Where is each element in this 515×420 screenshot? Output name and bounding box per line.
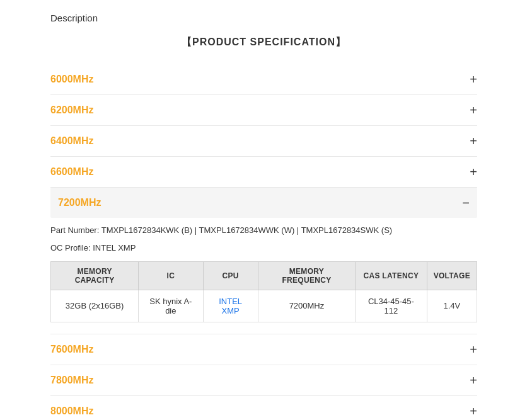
cell-voltage: 1.4V bbox=[427, 290, 477, 322]
accordion-item-7600mhz: 7600MHz + bbox=[50, 334, 477, 365]
accordion-item-6000mhz: 6000MHz + bbox=[50, 64, 477, 95]
accordion-header-6000mhz[interactable]: 6000MHz + bbox=[50, 64, 477, 94]
accordion-header-7600mhz[interactable]: 7600MHz + bbox=[50, 334, 477, 365]
intel-xmp-link[interactable]: INTEL XMP bbox=[219, 297, 242, 315]
part-number-label: Part Number: bbox=[50, 225, 101, 235]
accordion-header-6200mhz[interactable]: 6200MHz + bbox=[50, 95, 477, 125]
accordion-item-6200mhz: 6200MHz + bbox=[50, 95, 477, 126]
page-wrapper: Description 【PRODUCT SPECIFICATION】 6000… bbox=[0, 0, 515, 420]
accordion-icon-7200mhz: − bbox=[462, 196, 470, 209]
accordion-label-6400mhz: 6400MHz bbox=[50, 135, 93, 147]
cell-ic: SK hynix A-die bbox=[139, 290, 203, 322]
spec-table-body: 32GB (2x16GB) SK hynix A-die INTEL XMP 7… bbox=[51, 290, 477, 322]
accordion-label-7200mhz: 7200MHz bbox=[58, 197, 101, 208]
section-title: Description bbox=[50, 13, 477, 23]
accordion-icon-6000mhz: + bbox=[470, 73, 477, 86]
accordion-header-7200mhz[interactable]: 7200MHz − bbox=[50, 188, 477, 218]
oc-profile-value: INTEL XMP bbox=[93, 243, 136, 253]
accordion-item-7800mhz: 7800MHz + bbox=[50, 365, 477, 396]
accordion-icon-6600mhz: + bbox=[470, 166, 477, 178]
accordion-item-6600mhz: 6600MHz + bbox=[50, 157, 477, 188]
table-row: 32GB (2x16GB) SK hynix A-die INTEL XMP 7… bbox=[51, 290, 477, 322]
accordion-header-6400mhz[interactable]: 6400MHz + bbox=[50, 126, 477, 156]
product-spec-title: 【PRODUCT SPECIFICATION】 bbox=[50, 36, 477, 49]
accordion-icon-6200mhz: + bbox=[470, 104, 477, 116]
accordion-item-8000mhz: 8000MHz + bbox=[50, 396, 477, 421]
col-memory-frequency: MEMORY FREQUENCY bbox=[258, 261, 355, 290]
accordion-list: 6000MHz + 6200MHz + 6400MHz + 6600MHz + bbox=[50, 64, 477, 420]
accordion-label-7600mhz: 7600MHz bbox=[50, 344, 93, 355]
accordion-icon-6400mhz: + bbox=[470, 135, 477, 147]
spec-table-header-row: MEMORY CAPACITY IC CPU MEMORY FREQUENCY … bbox=[51, 261, 477, 290]
accordion-item-6400mhz: 6400MHz + bbox=[50, 126, 477, 157]
accordion-header-8000mhz[interactable]: 8000MHz + bbox=[50, 396, 477, 421]
cell-memory-frequency: 7200MHz bbox=[258, 290, 355, 322]
accordion-icon-7600mhz: + bbox=[470, 343, 477, 356]
col-voltage: VOLTAGE bbox=[427, 261, 477, 290]
accordion-item-7200mhz: 7200MHz − Part Number: TMXPL1672834KWK (… bbox=[50, 188, 477, 334]
spec-table-head: MEMORY CAPACITY IC CPU MEMORY FREQUENCY … bbox=[51, 261, 477, 290]
col-memory-capacity: MEMORY CAPACITY bbox=[51, 261, 139, 290]
spec-table: MEMORY CAPACITY IC CPU MEMORY FREQUENCY … bbox=[50, 261, 477, 322]
col-cpu: CPU bbox=[203, 261, 258, 290]
cell-memory-capacity: 32GB (2x16GB) bbox=[51, 290, 139, 322]
col-cas-latency: CAS LATENCY bbox=[356, 261, 427, 290]
accordion-label-6000mhz: 6000MHz bbox=[50, 74, 93, 85]
oc-profile-text: OC Profile: INTEL XMP bbox=[50, 243, 477, 253]
part-number-value: TMXPL1672834KWK (B) | TMXPL1672834WWK (W… bbox=[101, 225, 392, 235]
cell-cas-latency: CL34-45-45-112 bbox=[356, 290, 427, 322]
accordion-label-8000mhz: 8000MHz bbox=[50, 406, 93, 417]
accordion-label-6200mhz: 6200MHz bbox=[50, 105, 93, 116]
oc-profile-label: OC Profile: bbox=[50, 243, 93, 253]
accordion-label-6600mhz: 6600MHz bbox=[50, 166, 93, 178]
part-number-text: Part Number: TMXPL1672834KWK (B) | TMXPL… bbox=[50, 224, 477, 237]
accordion-label-7800mhz: 7800MHz bbox=[50, 375, 93, 386]
col-ic: IC bbox=[139, 261, 203, 290]
accordion-icon-8000mhz: + bbox=[470, 405, 477, 417]
cell-cpu: INTEL XMP bbox=[203, 290, 258, 322]
accordion-header-6600mhz[interactable]: 6600MHz + bbox=[50, 157, 477, 187]
accordion-header-7800mhz[interactable]: 7800MHz + bbox=[50, 365, 477, 395]
accordion-icon-7800mhz: + bbox=[470, 374, 477, 387]
accordion-content-7200mhz: Part Number: TMXPL1672834KWK (B) | TMXPL… bbox=[50, 218, 477, 334]
